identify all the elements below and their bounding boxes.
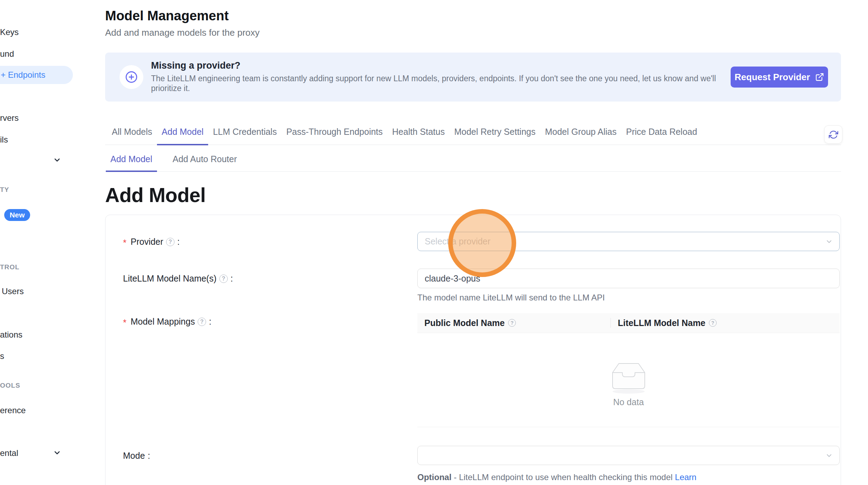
page-title: Model Management (105, 8, 229, 23)
model-mappings-table-header: Public Model Name ? LiteLLM Model Name ? (417, 313, 840, 333)
sidebar-item-models-endpoints[interactable]: + Endpoints (0, 66, 73, 84)
column-header-public-model-name: Public Model Name ? (417, 313, 611, 333)
model-mappings-label: Model Mappings ? (123, 317, 211, 327)
provider-select[interactable]: Select a provider (417, 232, 840, 251)
column-header-label: Public Model Name (424, 318, 505, 328)
help-icon[interactable]: ? (508, 319, 516, 327)
refresh-icon (829, 130, 838, 139)
sidebar-item-reference[interactable]: erence (0, 406, 26, 415)
mode-select[interactable] (417, 446, 840, 465)
new-badge: New (4, 209, 30, 221)
banner-description: The LiteLLM engineering team is constant… (151, 74, 719, 93)
model-management-page: Keys und + Endpoints rvers ils TY New TR… (0, 0, 868, 485)
provider-label-text: Provider (131, 237, 163, 247)
litellm-model-name-input[interactable] (417, 269, 840, 288)
model-mappings-label-text: Model Mappings (131, 317, 195, 327)
sidebar-item-playground[interactable]: und (0, 49, 14, 59)
refresh-button[interactable] (824, 125, 842, 144)
litellm-model-name-helper: The model name LiteLLM will send to the … (417, 293, 605, 303)
learn-link[interactable]: Learn (675, 472, 696, 482)
column-header-label: LiteLLM Model Name (618, 318, 705, 328)
external-link-icon (815, 72, 824, 82)
subtab-add-model[interactable]: Add Model (106, 154, 157, 172)
sidebar-item-experimental[interactable]: ental (0, 448, 18, 458)
help-icon[interactable]: ? (709, 319, 717, 327)
provider-select-placeholder: Select a provider (425, 236, 491, 247)
tab-health-status[interactable]: Health Status (388, 127, 449, 145)
tab-all-models[interactable]: All Models (107, 127, 157, 145)
litellm-model-name-label-text: LiteLLM Model Name(s) (123, 273, 217, 284)
litellm-model-name-label: LiteLLM Model Name(s) ? (123, 273, 233, 284)
mode-label-text: Mode (123, 451, 145, 461)
model-tabs: All Models Add Model LLM Credentials Pas… (105, 127, 841, 145)
sidebar-item-users[interactable]: Users (2, 286, 24, 296)
subtab-add-auto-router[interactable]: Add Auto Router (168, 154, 241, 172)
sidebar: Keys und + Endpoints rvers ils TY New TR… (0, 0, 81, 485)
column-header-litellm-model-name: LiteLLM Model Name ? (611, 313, 840, 333)
banner-title: Missing a provider? (151, 60, 240, 71)
chevron-down-icon[interactable] (53, 156, 61, 164)
sidebar-item-s[interactable]: s (0, 351, 4, 361)
tab-model-retry-settings[interactable]: Model Retry Settings (450, 127, 540, 145)
tab-price-data-reload[interactable]: Price Data Reload (621, 127, 702, 145)
mode-helper: Optional - LiteLLM endpoint to use when … (417, 472, 696, 482)
tab-model-group-alias[interactable]: Model Group Alias (540, 127, 621, 145)
sidebar-item-servers[interactable]: rvers (0, 113, 19, 123)
missing-provider-banner: Missing a provider? The LiteLLM engineer… (105, 53, 841, 102)
chevron-down-icon[interactable] (53, 449, 61, 457)
request-provider-label: Request Provider (734, 72, 810, 83)
model-mappings-table: Public Model Name ? LiteLLM Model Name ?… (417, 313, 840, 427)
sidebar-section-label: OOLS (0, 382, 20, 389)
sidebar-section-label: TY (0, 186, 9, 194)
sidebar-section-label: TROL (0, 263, 20, 271)
tab-llm-credentials[interactable]: LLM Credentials (209, 127, 281, 145)
provider-label: Provider ? (123, 237, 180, 247)
sidebar-item-organizations[interactable]: ations (0, 330, 22, 340)
sidebar-item-label: + Endpoints (1, 70, 45, 80)
add-model-heading: Add Model (105, 183, 206, 207)
no-data-text: No data (613, 397, 644, 407)
help-icon[interactable]: ? (219, 275, 228, 283)
page-subtitle: Add and manage models for the proxy (105, 27, 260, 38)
help-icon[interactable]: ? (198, 318, 206, 326)
empty-box-icon (608, 359, 650, 394)
model-mappings-empty-state: No data (417, 333, 840, 427)
add-model-subtabs: Add Model Add Auto Router (105, 154, 841, 172)
chevron-down-icon (825, 238, 833, 245)
plus-circle-icon (119, 65, 143, 89)
chevron-down-icon (825, 452, 833, 459)
tab-add-model[interactable]: Add Model (157, 127, 208, 145)
mode-label: Mode (123, 451, 150, 461)
mode-helper-bold: Optional (417, 472, 451, 482)
sidebar-item-keys[interactable]: Keys (0, 27, 19, 37)
mode-helper-text: - LiteLLM endpoint to use when health ch… (454, 472, 672, 482)
tab-pass-through-endpoints[interactable]: Pass-Through Endpoints (282, 127, 387, 145)
request-provider-button[interactable]: Request Provider (731, 67, 828, 88)
add-model-form-card: Provider ? Select a provider LiteLLM Mod… (105, 215, 841, 485)
sidebar-item-ils[interactable]: ils (0, 135, 8, 145)
help-icon[interactable]: ? (166, 238, 175, 246)
